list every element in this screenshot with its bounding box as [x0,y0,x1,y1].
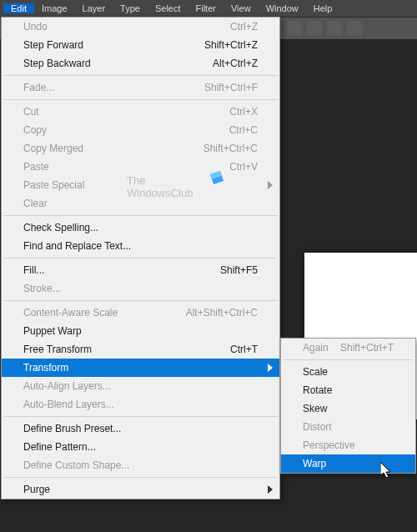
menu-item-label: Distort [303,421,394,433]
menu-item-label: Fill... [23,264,220,276]
menu-item-label: Perspective [303,439,394,451]
menu-item-label: Cut [23,106,229,118]
menu-item-label: Free Transform [23,344,230,355]
menu-item-label: Fade... [23,82,204,93]
transform-submenu-item-skew[interactable]: Skew [281,399,415,418]
edit-menu-item-find-and-replace-text[interactable]: Find and Replace Text... [2,237,279,255]
menu-item-label: Clear [23,198,258,209]
menubar-item-filter[interactable]: Filter [188,3,224,13]
edit-menu-item-cut: CutCtrl+X [2,103,279,121]
edit-menu-item-fade: Fade...Shift+Ctrl+F [2,78,279,97]
menubar-item-edit[interactable]: Edit [3,3,34,13]
edit-menu-item-step-backward[interactable]: Step BackwardAlt+Ctrl+Z [2,54,279,73]
menu-separator [3,99,278,100]
menu-item-label: Check Spelling... [23,222,258,233]
submenu-arrow-icon [268,364,273,372]
menu-item-label: Copy [23,124,229,136]
menu-item-shortcut: Shift+Ctrl+Z [204,39,258,51]
menu-item-label: Auto-Align Layers... [23,380,258,392]
edit-menu-item-define-brush-preset[interactable]: Define Brush Preset... [2,419,279,438]
edit-menu-item-undo: UndoCtrl+Z [2,18,279,36]
edit-menu-dropdown: UndoCtrl+ZStep ForwardShift+Ctrl+ZStep B… [1,17,280,499]
menubar-item-image[interactable]: Image [34,3,75,13]
menu-item-label: Paste [23,161,229,173]
menubar-item-layer[interactable]: Layer [75,3,113,13]
menu-item-label: Define Brush Preset... [23,423,258,434]
menu-separator [3,215,278,216]
edit-menu-item-define-custom-shape: Define Custom Shape... [2,456,279,474]
menu-item-label: Puppet Warp [23,325,258,337]
transform-submenu-item-distort: Distort [281,418,415,436]
menubar-item-select[interactable]: Select [148,3,188,13]
menu-item-shortcut: Shift+Ctrl+T [340,342,394,354]
menubar: EditImageLayerTypeSelectFilterViewWindow… [0,0,417,17]
menu-item-shortcut: Alt+Shift+Ctrl+C [186,307,258,319]
menu-item-shortcut: Ctrl+T [230,344,258,355]
menu-item-label: Undo [23,21,230,33]
transform-submenu-dropdown: AgainShift+Ctrl+TScaleRotateSkewDistortP… [280,338,416,474]
menu-item-label: Copy Merged [23,143,203,154]
edit-menu-item-auto-align-layers: Auto-Align Layers... [2,377,279,395]
menu-separator [283,359,414,360]
svg-marker-2 [268,485,273,494]
menu-separator [3,477,278,478]
menu-item-shortcut: Shift+Ctrl+C [203,143,258,154]
menu-item-label: Again [303,342,340,354]
menu-item-label: Paste Special [23,179,258,191]
edit-menu-item-fill[interactable]: Fill...Shift+F5 [2,261,279,279]
submenu-arrow-icon [268,181,273,189]
svg-marker-1 [268,364,273,372]
edit-menu-item-clear: Clear [2,194,279,213]
svg-marker-0 [268,181,273,189]
menu-item-shortcut: Ctrl+X [229,106,258,118]
menubar-item-view[interactable]: View [224,3,259,13]
edit-menu-item-transform[interactable]: Transform [2,359,279,377]
transform-submenu-item-again: AgainShift+Ctrl+T [281,339,415,357]
edit-menu-item-free-transform[interactable]: Free TransformCtrl+T [2,340,279,359]
edit-menu-item-copy: CopyCtrl+C [2,121,279,139]
edit-menu-item-step-forward[interactable]: Step ForwardShift+Ctrl+Z [2,36,279,54]
edit-menu-item-puppet-warp[interactable]: Puppet Warp [2,322,279,340]
edit-menu-item-define-pattern[interactable]: Define Pattern... [2,438,279,456]
edit-menu-item-purge[interactable]: Purge [2,480,279,499]
edit-menu-item-paste-special: Paste Special [2,176,279,194]
edit-menu-item-auto-blend-layers: Auto-Blend Layers... [2,395,279,414]
toolbar-icon [307,21,322,36]
menu-item-shortcut: Shift+Ctrl+F [204,82,258,93]
menubar-item-type[interactable]: Type [113,3,148,13]
menu-item-shortcut: Ctrl+V [229,161,258,173]
menu-item-label: Stroke... [23,283,258,294]
menu-item-label: Define Pattern... [23,441,258,453]
transform-submenu-item-rotate[interactable]: Rotate [281,381,415,399]
toolbar-icon [327,21,342,36]
transform-submenu-item-perspective: Perspective [281,436,415,454]
toolbar-icon [287,21,302,36]
menu-item-label: Content-Aware Scale [23,307,186,319]
menu-item-shortcut: Ctrl+Z [230,21,258,33]
menu-item-label: Define Custom Shape... [23,459,258,471]
menubar-item-window[interactable]: Window [259,3,306,13]
menu-item-label: Step Forward [23,39,204,51]
menu-item-shortcut: Alt+Ctrl+Z [213,58,258,69]
menu-item-label: Find and Replace Text... [23,240,258,252]
menu-separator [3,300,278,301]
menu-separator [3,416,278,417]
menu-item-label: Warp [303,458,394,469]
menubar-item-help[interactable]: Help [306,3,340,13]
menu-item-label: Purge [23,484,258,495]
edit-menu-item-content-aware-scale: Content-Aware ScaleAlt+Shift+Ctrl+C [2,304,279,322]
edit-menu-item-copy-merged: Copy MergedShift+Ctrl+C [2,139,279,158]
menu-separator [3,258,278,258]
toolbar-icon [347,21,362,36]
menu-item-label: Transform [23,362,258,374]
submenu-arrow-icon [268,485,273,494]
edit-menu-item-stroke: Stroke... [2,279,279,298]
transform-submenu-item-scale[interactable]: Scale [281,363,415,381]
menu-item-label: Step Backward [23,58,213,69]
edit-menu-item-check-spelling[interactable]: Check Spelling... [2,218,279,237]
menu-item-shortcut: Ctrl+C [229,124,258,136]
transform-submenu-item-warp[interactable]: Warp [281,454,415,473]
menu-item-label: Skew [303,403,394,414]
menu-item-label: Scale [303,366,394,378]
menu-item-label: Auto-Blend Layers... [23,399,258,410]
